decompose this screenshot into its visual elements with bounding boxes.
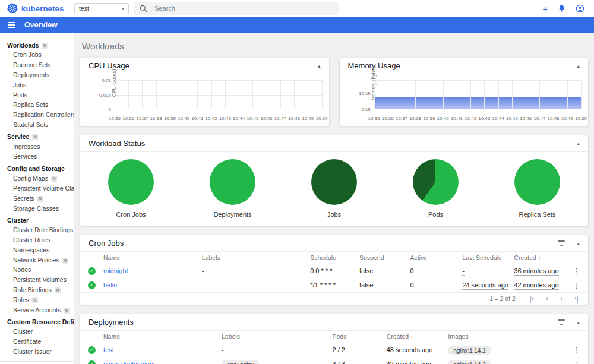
sidebar-section-header[interactable]: Custom Resource Definitions bbox=[0, 317, 74, 327]
x-tick: 10:45 bbox=[506, 116, 518, 121]
collapse-icon[interactable]: ▴ bbox=[577, 63, 580, 69]
status-ok-icon: ✓ bbox=[88, 360, 96, 364]
kubernetes-logo[interactable]: kubernetes bbox=[7, 3, 74, 14]
search-bar[interactable] bbox=[134, 2, 339, 15]
sidebar-item[interactable]: Persistent Volumes bbox=[0, 275, 74, 285]
sidebar-item[interactable]: Namespaces bbox=[0, 245, 74, 255]
collapse-icon[interactable]: ▴ bbox=[577, 141, 580, 147]
sidebar-item[interactable]: Ingresses bbox=[0, 141, 74, 151]
sidebar-item[interactable]: Cluster Role Bindings bbox=[0, 225, 74, 235]
cron-jobs-card: Cron Jobs ▴ NameLabelsScheduleSuspendAct… bbox=[80, 235, 588, 305]
pie-chart bbox=[311, 159, 357, 205]
sidebar-section-label: Service bbox=[7, 133, 29, 140]
column-header[interactable]: Last Schedule bbox=[462, 254, 514, 261]
cell-created: 36 minutes ago bbox=[514, 267, 558, 276]
x-tick: 10:37 bbox=[396, 116, 407, 121]
sidebar-item-label: Jobs bbox=[13, 81, 26, 88]
pie-chart bbox=[514, 159, 560, 205]
first-page-icon[interactable]: |‹ bbox=[530, 295, 534, 303]
x-tick: 10:47 bbox=[274, 116, 286, 121]
status-ok-icon: ✓ bbox=[88, 346, 96, 354]
deployment-name-link[interactable]: nginx-deployment bbox=[103, 360, 222, 364]
sidebar-section-header[interactable]: WorkloadsN bbox=[0, 40, 74, 50]
sidebar-item[interactable]: Nodes bbox=[0, 265, 74, 275]
sidebar-item[interactable]: Role BindingsN bbox=[0, 285, 74, 295]
cell-schedule: 0 0 * * * bbox=[310, 267, 359, 274]
column-header[interactable]: Labels bbox=[202, 254, 310, 261]
column-header[interactable]: Active bbox=[410, 254, 462, 261]
collapse-icon[interactable]: ▴ bbox=[577, 319, 580, 325]
sidebar-section-header[interactable]: Config and Storage bbox=[0, 164, 74, 173]
sidebar-item[interactable]: SecretsN bbox=[0, 193, 74, 203]
sidebar-item[interactable]: Storage Classes bbox=[0, 203, 74, 213]
sidebar-item[interactable]: Service AccountsN bbox=[0, 305, 74, 315]
column-header[interactable]: Schedule bbox=[310, 254, 359, 261]
search-icon bbox=[140, 5, 147, 12]
column-header[interactable]: Labels bbox=[222, 333, 333, 340]
sidebar-section-header[interactable]: ServiceN bbox=[0, 132, 74, 141]
sidebar-item[interactable]: Persistent Volume ClaimsN bbox=[0, 183, 74, 194]
create-resource-icon[interactable]: + bbox=[542, 4, 548, 13]
column-header[interactable]: Name bbox=[103, 254, 202, 261]
search-input[interactable] bbox=[154, 5, 333, 12]
brand-text: kubernetes bbox=[21, 4, 64, 13]
sort-asc-icon: ↑ bbox=[410, 334, 413, 340]
x-tick: 10:44 bbox=[233, 116, 245, 121]
namespace-selector[interactable]: test ▾ bbox=[74, 3, 129, 14]
deployment-name-link[interactable]: test bbox=[103, 346, 222, 353]
sidebar-item[interactable]: Pods bbox=[0, 90, 74, 100]
sidebar-item[interactable]: Cluster bbox=[0, 327, 74, 337]
column-header[interactable]: Created↑ bbox=[387, 333, 448, 340]
cronjob-name-link[interactable]: midnight bbox=[103, 267, 202, 274]
sidebar-item[interactable]: RolesN bbox=[0, 295, 74, 305]
filter-icon[interactable] bbox=[557, 239, 566, 247]
column-header[interactable]: Suspend bbox=[359, 254, 410, 261]
collapse-icon[interactable]: ▴ bbox=[318, 63, 321, 69]
sidebar-item-label: Daemon Sets bbox=[13, 61, 51, 68]
sidebar-item[interactable]: Network PoliciesN bbox=[0, 255, 74, 265]
sidebar-item[interactable]: Stateful Sets bbox=[0, 119, 74, 129]
column-header[interactable]: Images bbox=[448, 333, 570, 340]
collapse-icon[interactable]: ▴ bbox=[577, 240, 580, 246]
pie-chart bbox=[413, 159, 459, 205]
cronjob-name-link[interactable]: hello bbox=[103, 281, 202, 289]
deployments-tbody: ✓test-2 / 248 seconds agonginx:1.14.2⋮✓n… bbox=[80, 343, 588, 364]
sidebar-item[interactable]: Cluster Roles bbox=[0, 235, 74, 245]
cronjobs-thead: NameLabelsScheduleSuspendActiveLast Sche… bbox=[80, 252, 588, 264]
sidebar-item[interactable]: Deployments bbox=[0, 70, 74, 80]
next-page-icon[interactable]: › bbox=[560, 295, 563, 303]
sidebar-item-label: Namespaces bbox=[13, 246, 49, 254]
sidebar-item[interactable]: Services bbox=[0, 151, 74, 162]
row-menu-button[interactable]: ⋮ bbox=[570, 267, 580, 276]
x-tick: 10:43 bbox=[478, 116, 490, 121]
sidebar-item[interactable]: Config MapsN bbox=[0, 173, 74, 183]
column-header[interactable]: Created↑ bbox=[514, 254, 570, 261]
workload-pie: Replica Sets bbox=[514, 159, 560, 218]
sidebar-item[interactable]: Jobs bbox=[0, 80, 74, 90]
cell-images: nginx:1.14.2 bbox=[448, 346, 491, 355]
row-menu-button[interactable]: ⋮ bbox=[570, 360, 580, 364]
prev-page-icon[interactable]: ‹ bbox=[546, 295, 548, 303]
sidebar-item[interactable]: Replication Controllers bbox=[0, 110, 74, 120]
kubernetes-helm-icon bbox=[7, 3, 18, 14]
filter-icon[interactable] bbox=[557, 318, 566, 326]
user-account-icon[interactable] bbox=[576, 4, 584, 13]
x-tick: 10:48 bbox=[288, 116, 300, 121]
column-header[interactable]: Pods bbox=[332, 333, 386, 340]
sidebar-item[interactable]: Cluster Issuer bbox=[0, 347, 74, 357]
chevron-down-icon: ▾ bbox=[122, 6, 124, 11]
row-menu-button[interactable]: ⋮ bbox=[570, 281, 580, 290]
sidebar-item[interactable]: Daemon Sets bbox=[0, 60, 74, 70]
sidebar-section-header[interactable]: Cluster bbox=[0, 216, 74, 225]
sidebar-item[interactable]: Cron Jobs bbox=[0, 50, 74, 60]
x-tick: 10:42 bbox=[206, 116, 217, 121]
sidebar-item[interactable]: Certificate bbox=[0, 337, 74, 347]
last-page-icon[interactable]: ›| bbox=[574, 295, 579, 303]
notifications-bell-icon[interactable] bbox=[558, 4, 565, 12]
cell-created: 42 minutes ago bbox=[387, 360, 431, 364]
column-header[interactable]: Name bbox=[103, 333, 222, 340]
x-tick: 10:50 bbox=[575, 116, 587, 121]
sidebar-item[interactable]: Replica Sets bbox=[0, 100, 74, 110]
row-menu-button[interactable]: ⋮ bbox=[570, 346, 580, 354]
menu-hamburger-icon[interactable] bbox=[8, 22, 15, 28]
